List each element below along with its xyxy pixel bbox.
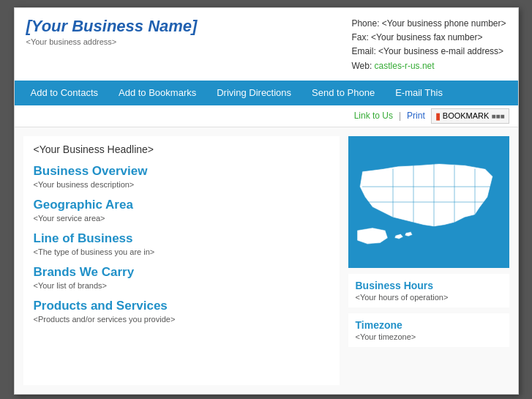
map-container bbox=[348, 136, 509, 268]
timezone-title: Timezone bbox=[356, 319, 502, 331]
nav-bar: Add to Contacts Add to Bookmarks Driving… bbox=[15, 81, 518, 105]
business-headline: <Your Business Headline> bbox=[34, 143, 329, 155]
timezone-section: Timezone <Your timezone> bbox=[348, 313, 509, 347]
nav-add-contacts[interactable]: Add to Contacts bbox=[20, 81, 109, 105]
section-desc-products: <Products and/or services you provide> bbox=[34, 315, 329, 324]
bookmark-label: BOOKMARK bbox=[443, 111, 490, 120]
email-info: Email: <Your business e-mail address> bbox=[351, 45, 506, 59]
web-link[interactable]: castles-r-us.net bbox=[375, 61, 435, 71]
section-desc-brands: <Your list of brands> bbox=[34, 281, 329, 290]
left-column: <Your Business Headline> Business Overvi… bbox=[23, 136, 340, 385]
header: [Your Business Name] <Your business addr… bbox=[15, 8, 518, 81]
nav-add-bookmarks[interactable]: Add to Bookmarks bbox=[108, 81, 206, 105]
right-column: Business Hours <Your hours of operation>… bbox=[348, 136, 509, 385]
web-info: Web: castles-r-us.net bbox=[351, 59, 506, 73]
nav-email-this[interactable]: E-mail This bbox=[385, 81, 453, 105]
section-title-overview: Business Overview bbox=[34, 164, 329, 179]
section-desc-lob: <The type of business you are in> bbox=[34, 247, 329, 256]
content-area: <Your Business Headline> Business Overvi… bbox=[15, 127, 518, 394]
utility-bar: Link to Us | Print ▮ BOOKMARK ■■■ bbox=[15, 105, 518, 127]
section-title-products: Products and Services bbox=[34, 299, 329, 313]
web-label: Web: bbox=[351, 61, 372, 71]
usa-map bbox=[352, 140, 506, 264]
bookmark-icon: ▮ bbox=[435, 111, 441, 122]
section-title-brands: Brands We Carry bbox=[34, 265, 329, 280]
business-hours-section: Business Hours <Your hours of operation> bbox=[348, 274, 509, 307]
fax-info: Fax: <Your business fax number> bbox=[351, 31, 506, 45]
nav-send-to-phone[interactable]: Send to Phone bbox=[301, 81, 385, 105]
print-link[interactable]: Print bbox=[407, 111, 425, 121]
nav-driving-directions[interactable]: Driving Directions bbox=[206, 81, 301, 105]
timezone-desc: <Your timezone> bbox=[356, 332, 502, 341]
business-hours-title: Business Hours bbox=[356, 280, 502, 291]
business-hours-desc: <Your hours of operation> bbox=[356, 293, 502, 302]
business-address: <Your business address> bbox=[26, 37, 198, 46]
section-title-lob: Line of Business bbox=[34, 231, 329, 246]
phone-info: Phone: <Your business phone number> bbox=[351, 17, 506, 31]
section-title-geo: Geographic Area bbox=[34, 198, 329, 212]
section-desc-overview: <Your business description> bbox=[34, 180, 329, 189]
section-desc-geo: <Your service area> bbox=[34, 214, 329, 223]
separator: | bbox=[399, 111, 401, 121]
page-wrapper: [Your Business Name] <Your business addr… bbox=[14, 7, 519, 395]
header-right: Phone: <Your business phone number> Fax:… bbox=[351, 17, 506, 73]
header-left: [Your Business Name] <Your business addr… bbox=[26, 17, 198, 46]
bookmark-icons-extra: ■■■ bbox=[491, 112, 504, 120]
bookmark-button[interactable]: ▮ BOOKMARK ■■■ bbox=[431, 108, 509, 124]
business-name: [Your Business Name] bbox=[26, 17, 198, 36]
link-to-us[interactable]: Link to Us bbox=[354, 111, 393, 121]
